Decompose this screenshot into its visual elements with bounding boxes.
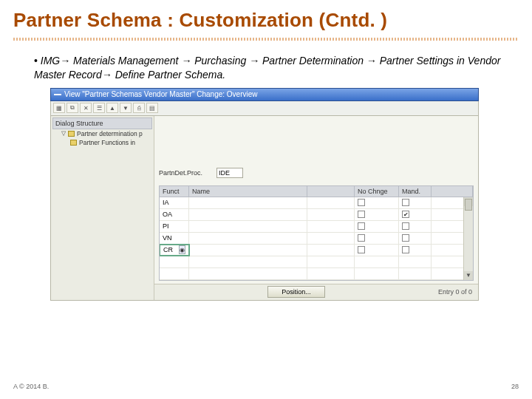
toolbar-print-icon[interactable]: ⎙ <box>133 103 145 113</box>
toolbar-delete-icon[interactable]: ✕ <box>80 103 92 113</box>
table-row[interactable] <box>160 268 473 280</box>
table-row[interactable] <box>160 221 473 233</box>
partndet-proc-row: PartnDet.Proc. <box>159 168 474 178</box>
col-header-nochange[interactable]: No Chnge <box>355 186 399 197</box>
folder-icon <box>70 140 77 146</box>
nochange-checkbox[interactable] <box>358 246 365 253</box>
mand-checkbox[interactable] <box>402 246 409 253</box>
col-header-rest <box>432 186 473 197</box>
funct-input[interactable] <box>163 222 185 230</box>
sap-screenshot: View "Partner Schemas Vendor Master" Cha… <box>50 88 479 301</box>
tree-item-label: Partner determination p <box>77 130 143 137</box>
f4-help-icon[interactable]: ◉ <box>179 245 185 254</box>
nochange-checkbox[interactable] <box>358 199 365 206</box>
name-cell[interactable] <box>189 221 307 232</box>
partndet-proc-label: PartnDet.Proc. <box>159 169 212 177</box>
position-bar: Position... Entry 0 of 0 <box>154 284 478 300</box>
partndet-proc-input[interactable] <box>216 168 243 178</box>
scroll-thumb[interactable] <box>465 199 472 211</box>
table-row[interactable] <box>160 256 473 268</box>
mand-checkbox[interactable] <box>402 199 409 206</box>
tree-item-partner-determination[interactable]: ▽ Partner determination p <box>52 129 152 138</box>
table-row[interactable] <box>160 233 473 245</box>
dialog-structure-panel: Dialog Structure ▽ Partner determination… <box>51 116 154 300</box>
nochange-checkbox[interactable] <box>358 222 365 230</box>
sap-toolbar: ▦ ⧉ ✕ ☰ ▲ ▼ ⎙ ▤ <box>50 101 479 116</box>
funct-input[interactable] <box>163 234 185 242</box>
toolbar-table-icon[interactable]: ▤ <box>146 103 158 113</box>
toolbar-down-icon[interactable]: ▼ <box>120 103 132 113</box>
mand-checkbox[interactable] <box>402 234 409 242</box>
title-divider <box>13 38 519 41</box>
slide-footer: A © 2014 B. 28 <box>13 383 519 390</box>
mand-checkbox[interactable] <box>402 222 409 230</box>
scroll-down-icon[interactable]: ▼ <box>464 271 473 280</box>
toolbar-up-icon[interactable]: ▲ <box>106 103 118 113</box>
tree-item-label: Partner Functions in <box>79 139 135 146</box>
table-row[interactable] <box>160 197 473 209</box>
col-header-funct[interactable]: Funct <box>160 186 189 197</box>
window-menu-icon <box>54 94 61 95</box>
sap-body: Dialog Structure ▽ Partner determination… <box>50 116 479 301</box>
page-number: 28 <box>511 383 519 390</box>
funct-input[interactable] <box>163 199 185 206</box>
nav-path-bullet: IMG→ Materials Management → Purchasing →… <box>34 54 514 82</box>
name-cell[interactable] <box>189 245 307 256</box>
toolbar-new-icon[interactable]: ▦ <box>53 103 65 113</box>
footer-copyright: A © 2014 B. <box>13 383 49 390</box>
col-header-blank <box>307 186 355 197</box>
table-row[interactable]: ◉ <box>160 245 473 256</box>
col-header-mand[interactable]: Mand. <box>399 186 432 197</box>
funct-input[interactable] <box>163 246 177 253</box>
grid-header: Funct Name No Chnge Mand. <box>159 185 474 197</box>
grid-scrollbar[interactable]: ▲ ▼ <box>463 197 473 280</box>
toolbar-select-icon[interactable]: ☰ <box>93 103 105 113</box>
funct-input[interactable] <box>163 211 185 218</box>
name-cell[interactable] <box>189 233 307 244</box>
nochange-checkbox[interactable] <box>358 211 365 218</box>
name-cell[interactable] <box>189 197 307 208</box>
entry-count: Entry 0 of 0 <box>438 288 472 296</box>
toolbar-copy-icon[interactable]: ⧉ <box>66 103 78 113</box>
col-header-name[interactable]: Name <box>189 186 307 197</box>
name-cell[interactable] <box>189 209 307 220</box>
sap-window-title: View "Partner Schemas Vendor Master" Cha… <box>64 90 257 98</box>
position-button[interactable]: Position... <box>267 286 325 298</box>
table-row[interactable]: ✔ <box>160 209 473 221</box>
sap-window-titlebar: View "Partner Schemas Vendor Master" Cha… <box>50 88 479 101</box>
nochange-checkbox[interactable] <box>358 234 365 242</box>
tree-item-partner-functions[interactable]: Partner Functions in <box>52 138 152 147</box>
folder-icon <box>68 131 75 137</box>
dialog-structure-header: Dialog Structure <box>52 117 152 129</box>
mand-checkbox[interactable]: ✔ <box>402 211 409 218</box>
sap-main-panel: PartnDet.Proc. Funct Name No Chnge Mand. <box>154 116 478 300</box>
slide-title: Partner Schema : Customization (Cntd. ) <box>13 9 519 32</box>
grid-body: ✔ <box>159 197 474 281</box>
